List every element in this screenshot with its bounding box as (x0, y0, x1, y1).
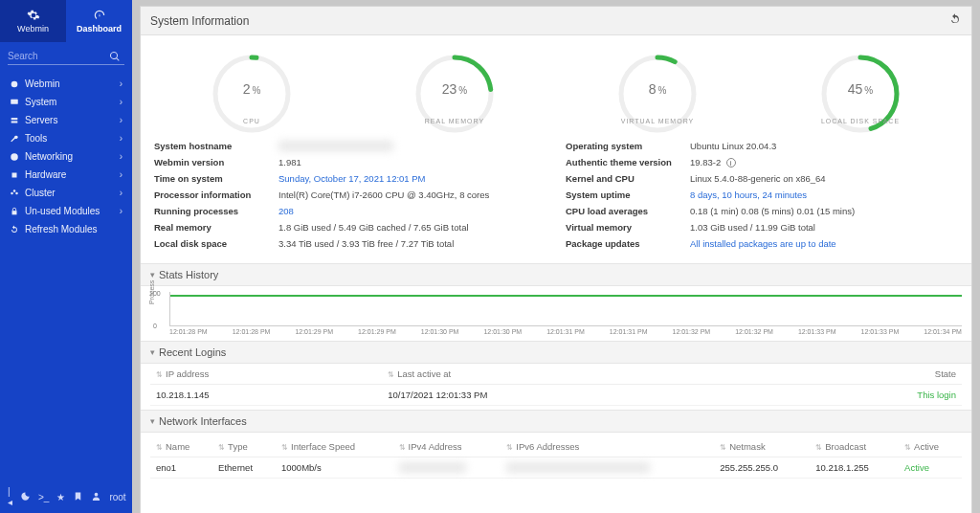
sidebar: Webmin Dashboard Webmin› System› Servers… (0, 0, 132, 513)
info-key: Authentic theme version (566, 157, 690, 167)
info-key: Package updates (566, 238, 690, 249)
svg-point-6 (11, 191, 13, 194)
col-active[interactable]: ⇅Active (899, 436, 962, 457)
night-mode-icon[interactable] (20, 491, 31, 503)
svg-rect-1 (11, 99, 18, 103)
svg-rect-3 (11, 121, 18, 123)
info-key: CPU load averages (566, 206, 690, 216)
col-label: IPv4 Address (409, 441, 462, 452)
xtick: 12:01:28 PM (233, 328, 271, 335)
info-value-link[interactable]: All installed packages are up to date (690, 238, 958, 249)
sidebar-item-servers[interactable]: Servers› (0, 111, 132, 129)
col-bcast[interactable]: ⇅Broadcast (810, 436, 899, 457)
sidebar-tabs: Webmin Dashboard (0, 0, 132, 42)
sort-icon: ⇅ (156, 443, 163, 452)
gauge-caption: REAL MEMORY (378, 118, 531, 124)
tab-webmin[interactable]: Webmin (0, 0, 66, 42)
star-icon[interactable]: ★ (56, 492, 65, 502)
table-row: eno1 Ethernet 1000Mb/s x x 255.255.255.0… (150, 457, 962, 479)
stats-history-header[interactable]: ▾Stats History (141, 263, 971, 286)
search-input[interactable] (8, 48, 124, 65)
col-last[interactable]: ⇅Last active at (382, 364, 781, 385)
network-interfaces-body: ⇅Name ⇅Type ⇅Interface Speed ⇅IPv4 Addre… (141, 433, 971, 513)
col-ip[interactable]: ⇅IP address (150, 364, 382, 385)
info-col-right: Operating systemUbuntu Linux 20.04.3 Aut… (566, 138, 958, 252)
sidebar-item-unused[interactable]: Un-used Modules› (0, 202, 132, 220)
col-label: Interface Speed (291, 441, 355, 452)
tab-dashboard-label: Dashboard (77, 24, 122, 33)
chip-icon (10, 170, 19, 180)
chevron-right-icon: › (120, 115, 122, 125)
info-key: Operating system (566, 141, 690, 151)
info-value: 1.981 (278, 157, 546, 167)
search-icon[interactable] (109, 51, 121, 62)
sidebar-item-label: Cluster (25, 188, 56, 198)
collapse-icon[interactable]: |◂ (8, 486, 12, 507)
info-value-link[interactable]: 208 (278, 206, 546, 216)
info-value-hostname: xxxxxxxxx (278, 141, 546, 151)
sidebar-item-system[interactable]: System› (0, 93, 132, 111)
sidebar-item-networking[interactable]: Networking› (0, 147, 132, 166)
terminal-icon[interactable]: >_ (38, 492, 49, 502)
xtick: 12:01:30 PM (421, 328, 459, 335)
sidebar-item-cluster[interactable]: Cluster› (0, 184, 132, 202)
sidebar-item-hardware[interactable]: Hardware› (0, 166, 132, 184)
col-name[interactable]: ⇅Name (150, 436, 212, 457)
col-label: IP address (166, 368, 209, 379)
sidebar-nav: Webmin› System› Servers› Tools› Networki… (0, 75, 132, 238)
info-key: Real memory (154, 222, 278, 233)
refresh-button[interactable] (948, 12, 962, 29)
info-value: Ubuntu Linux 20.04.3 (690, 141, 958, 151)
gauge-icon (93, 9, 106, 22)
xtick: 12:01:28 PM (169, 328, 208, 335)
col-state[interactable]: State (781, 364, 962, 385)
gauge-unit: % (458, 85, 467, 96)
bookmark-icon[interactable] (73, 491, 83, 503)
logins-table: ⇅IP address ⇅Last active at State 10.218… (150, 364, 962, 406)
xtick: 12:01:29 PM (358, 328, 396, 335)
col-label: Netmask (729, 441, 765, 452)
info-value-link[interactable]: Sunday, October 17, 2021 12:01 PM (278, 173, 546, 184)
cluster-icon (10, 189, 19, 198)
col-ipv6[interactable]: ⇅IPv6 Addresses (501, 436, 714, 457)
system-info-body: 2% CPU 23% REAL MEMORY 8% VIRTUAL MEMORY… (141, 35, 971, 263)
tab-dashboard[interactable]: Dashboard (66, 0, 132, 42)
xtick: 12:01:32 PM (673, 328, 711, 335)
user-icon[interactable] (91, 491, 101, 503)
info-icon[interactable]: i (726, 158, 736, 167)
footer-user[interactable]: root (109, 492, 125, 502)
redacted: xxxxxxxxx (278, 141, 393, 151)
chart-xticks: 12:01:28 PM12:01:28 PM12:01:29 PM12:01:2… (169, 326, 962, 339)
cell-type: Ethernet (212, 457, 276, 479)
sidebar-item-refresh[interactable]: Refresh Modules (0, 220, 132, 238)
sort-icon: ⇅ (506, 443, 513, 452)
svg-rect-5 (12, 172, 17, 177)
info-value-link[interactable]: 8 days, 10 hours, 24 minutes (690, 190, 958, 200)
col-mask[interactable]: ⇅Netmask (714, 436, 810, 457)
gauge-vmem: 8% VIRTUAL MEMORY (581, 53, 734, 124)
panel-title: System Information (150, 14, 249, 28)
col-speed[interactable]: ⇅Interface Speed (276, 436, 393, 457)
theme-version: 19.83-2 (690, 157, 721, 167)
sidebar-search (0, 42, 132, 71)
recent-logins-header[interactable]: ▾Recent Logins (141, 341, 971, 364)
gear-icon (10, 79, 19, 89)
info-key: Running processes (154, 206, 278, 216)
svg-point-8 (13, 190, 16, 192)
sidebar-item-tools[interactable]: Tools› (0, 129, 132, 147)
chart-line (170, 295, 962, 297)
col-ipv4[interactable]: ⇅IPv4 Address (393, 436, 501, 457)
info-value: 1.03 GiB used / 11.99 GiB total (690, 222, 958, 233)
network-interfaces-header[interactable]: ▾Network Interfaces (141, 410, 971, 433)
gauge-unit: % (252, 85, 260, 96)
info-key: Virtual memory (566, 222, 690, 233)
sort-icon: ⇅ (388, 370, 394, 379)
cell-ipv4: x (393, 457, 501, 479)
svg-rect-2 (11, 118, 18, 120)
sidebar-item-label: Un-used Modules (25, 206, 100, 216)
gauge-value: 23 (442, 81, 457, 97)
cell-ip: 10.218.1.145 (150, 385, 382, 406)
cell-ipv6: x (501, 457, 714, 479)
sidebar-item-webmin[interactable]: Webmin› (0, 75, 132, 93)
col-type[interactable]: ⇅Type (212, 436, 276, 457)
